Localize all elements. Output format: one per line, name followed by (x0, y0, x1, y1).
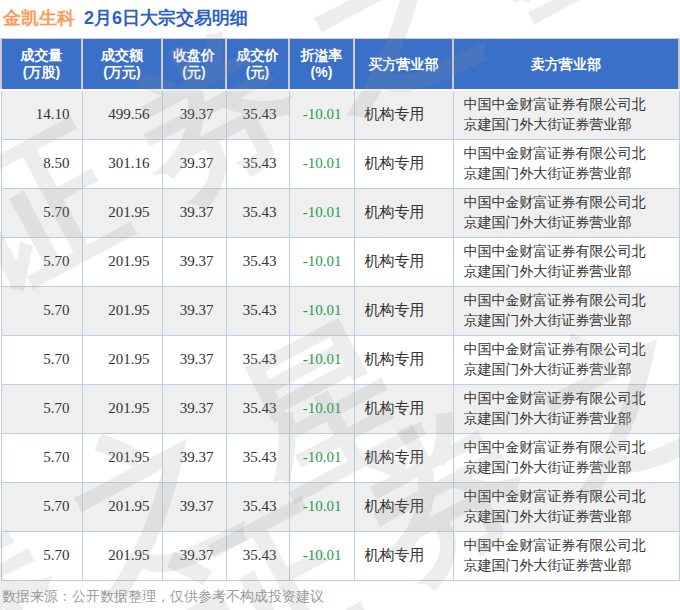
cell-buyer-branch: 机构专用 (354, 482, 453, 531)
title-text: 2月6日大宗交易明细 (84, 8, 248, 28)
table-row: 5.70 201.95 39.37 35.43 -10.01 机构专用 中国中金… (1, 286, 679, 335)
cell-trade-price: 35.43 (226, 433, 289, 482)
cell-buyer-branch: 机构专用 (354, 531, 453, 580)
cell-amount: 201.95 (82, 384, 162, 433)
seller-branch-text: 中国中金财富证券有限公司北京建国门外大街证券营业部 (464, 144, 652, 184)
cell-amount: 201.95 (82, 482, 162, 531)
table-row: 14.10 499.56 39.37 35.43 -10.01 机构专用 中国中… (1, 90, 679, 139)
cell-trade-price: 35.43 (226, 139, 289, 188)
cell-close-price: 39.37 (162, 90, 226, 139)
cell-premium-rate: -10.01 (289, 286, 354, 335)
cell-close-price: 39.37 (162, 286, 226, 335)
cell-volume: 5.70 (1, 188, 82, 237)
cell-seller-branch: 中国中金财富证券有限公司北京建国门外大街证券营业部 (453, 286, 679, 335)
table-row: 8.50 301.16 39.37 35.43 -10.01 机构专用 中国中金… (1, 139, 679, 188)
cell-close-price: 39.37 (162, 482, 226, 531)
col-header-seller: 卖方营业部 (453, 39, 679, 91)
seller-branch-text: 中国中金财富证券有限公司北京建国门外大街证券营业部 (464, 536, 652, 576)
cell-amount: 201.95 (82, 237, 162, 286)
cell-amount: 201.95 (82, 188, 162, 237)
cell-trade-price: 35.43 (226, 335, 289, 384)
page-title: 金凯生科2月6日大宗交易明细 (0, 0, 680, 38)
cell-premium-rate: -10.01 (289, 482, 354, 531)
cell-volume: 8.50 (1, 139, 82, 188)
cell-seller-branch: 中国中金财富证券有限公司北京建国门外大街证券营业部 (453, 188, 679, 237)
cell-amount: 201.95 (82, 531, 162, 580)
table-header-row: 成交量 (万股) 成交额 (万元) 收盘价 (元) 成交价 (元) 折溢率 (%… (1, 39, 679, 91)
cell-amount: 499.56 (82, 90, 162, 139)
cell-close-price: 39.37 (162, 335, 226, 384)
cell-buyer-branch: 机构专用 (354, 139, 453, 188)
table-row: 5.70 201.95 39.37 35.43 -10.01 机构专用 中国中金… (1, 188, 679, 237)
cell-premium-rate: -10.01 (289, 433, 354, 482)
seller-branch-text: 中国中金财富证券有限公司北京建国门外大街证券营业部 (464, 438, 652, 478)
col-header-amount: 成交额 (万元) (82, 39, 162, 91)
cell-close-price: 39.37 (162, 237, 226, 286)
seller-branch-text: 中国中金财富证券有限公司北京建国门外大街证券营业部 (464, 340, 652, 380)
cell-buyer-branch: 机构专用 (354, 433, 453, 482)
cell-amount: 201.95 (82, 335, 162, 384)
seller-branch-text: 中国中金财富证券有限公司北京建国门外大街证券营业部 (464, 193, 652, 233)
cell-close-price: 39.37 (162, 531, 226, 580)
cell-trade-price: 35.43 (226, 482, 289, 531)
cell-trade-price: 35.43 (226, 90, 289, 139)
cell-trade-price: 35.43 (226, 188, 289, 237)
cell-premium-rate: -10.01 (289, 237, 354, 286)
cell-amount: 201.95 (82, 433, 162, 482)
cell-volume: 5.70 (1, 335, 82, 384)
seller-branch-text: 中国中金财富证券有限公司北京建国门外大街证券营业部 (464, 487, 652, 527)
cell-volume: 5.70 (1, 433, 82, 482)
cell-amount: 201.95 (82, 286, 162, 335)
block-trade-detail-page: 金凯生科2月6日大宗交易明细 成交量 (万股) 成交额 (万元) 收盘价 (元)… (0, 0, 680, 606)
cell-volume: 5.70 (1, 237, 82, 286)
cell-buyer-branch: 机构专用 (354, 188, 453, 237)
cell-seller-branch: 中国中金财富证券有限公司北京建国门外大街证券营业部 (453, 90, 679, 139)
cell-volume: 5.70 (1, 384, 82, 433)
cell-buyer-branch: 机构专用 (354, 384, 453, 433)
cell-seller-branch: 中国中金财富证券有限公司北京建国门外大街证券营业部 (453, 384, 679, 433)
table-row: 5.70 201.95 39.37 35.43 -10.01 机构专用 中国中金… (1, 335, 679, 384)
cell-trade-price: 35.43 (226, 237, 289, 286)
cell-seller-branch: 中国中金财富证券有限公司北京建国门外大街证券营业部 (453, 433, 679, 482)
block-trade-table: 成交量 (万股) 成交额 (万元) 收盘价 (元) 成交价 (元) 折溢率 (%… (0, 38, 680, 581)
cell-volume: 5.70 (1, 286, 82, 335)
cell-premium-rate: -10.01 (289, 531, 354, 580)
cell-seller-branch: 中国中金财富证券有限公司北京建国门外大街证券营业部 (453, 531, 679, 580)
cell-volume: 5.70 (1, 531, 82, 580)
cell-seller-branch: 中国中金财富证券有限公司北京建国门外大街证券营业部 (453, 139, 679, 188)
col-header-volume: 成交量 (万股) (1, 39, 82, 91)
table-body: 14.10 499.56 39.37 35.43 -10.01 机构专用 中国中… (1, 90, 679, 580)
cell-premium-rate: -10.01 (289, 335, 354, 384)
cell-buyer-branch: 机构专用 (354, 237, 453, 286)
col-header-price: 成交价 (元) (226, 39, 289, 91)
table-row: 5.70 201.95 39.37 35.43 -10.01 机构专用 中国中金… (1, 384, 679, 433)
cell-volume: 5.70 (1, 482, 82, 531)
seller-branch-text: 中国中金财富证券有限公司北京建国门外大街证券营业部 (464, 95, 652, 135)
cell-buyer-branch: 机构专用 (354, 335, 453, 384)
seller-branch-text: 中国中金财富证券有限公司北京建国门外大街证券营业部 (464, 291, 652, 331)
table-row: 5.70 201.95 39.37 35.43 -10.01 机构专用 中国中金… (1, 433, 679, 482)
cell-buyer-branch: 机构专用 (354, 286, 453, 335)
table-row: 5.70 201.95 39.37 35.43 -10.01 机构专用 中国中金… (1, 531, 679, 580)
cell-seller-branch: 中国中金财富证券有限公司北京建国门外大街证券营业部 (453, 237, 679, 286)
cell-close-price: 39.37 (162, 139, 226, 188)
cell-volume: 14.10 (1, 90, 82, 139)
col-header-premium: 折溢率 (%) (289, 39, 354, 91)
col-header-buyer: 买方营业部 (354, 39, 453, 91)
cell-seller-branch: 中国中金财富证券有限公司北京建国门外大街证券营业部 (453, 335, 679, 384)
cell-close-price: 39.37 (162, 188, 226, 237)
seller-branch-text: 中国中金财富证券有限公司北京建国门外大街证券营业部 (464, 389, 652, 429)
cell-premium-rate: -10.01 (289, 188, 354, 237)
cell-trade-price: 35.43 (226, 531, 289, 580)
cell-premium-rate: -10.01 (289, 384, 354, 433)
seller-branch-text: 中国中金财富证券有限公司北京建国门外大街证券营业部 (464, 242, 652, 282)
cell-trade-price: 35.43 (226, 384, 289, 433)
data-source-note: 数据来源：公开数据整理，仅供参考不构成投资建议 (0, 588, 680, 606)
cell-trade-price: 35.43 (226, 286, 289, 335)
stock-name: 金凯生科 (3, 8, 75, 28)
col-header-close: 收盘价 (元) (162, 39, 226, 91)
cell-amount: 301.16 (82, 139, 162, 188)
cell-premium-rate: -10.01 (289, 90, 354, 139)
cell-close-price: 39.37 (162, 433, 226, 482)
cell-premium-rate: -10.01 (289, 139, 354, 188)
